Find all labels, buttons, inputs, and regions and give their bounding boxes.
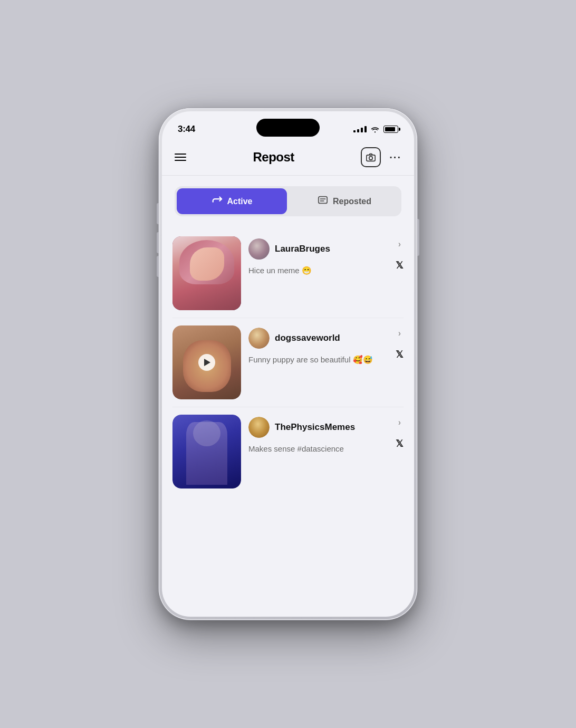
list-item: LauraBruges Hice un meme 😁 › 𝕏 <box>172 229 404 318</box>
header-actions: ··· <box>361 147 401 167</box>
post-actions: › 𝕏 <box>396 325 404 360</box>
status-icons <box>353 126 398 133</box>
camera-icon <box>366 152 376 162</box>
menu-button[interactable] <box>175 154 186 161</box>
author-name: ThePhysicsMemes <box>275 422 355 433</box>
tab-active[interactable]: Active <box>177 188 287 214</box>
post-list: LauraBruges Hice un meme 😁 › 𝕏 <box>162 229 414 496</box>
signal-icon <box>353 126 367 132</box>
svg-point-1 <box>369 156 373 160</box>
tab-reposted[interactable]: Reposted <box>289 188 399 214</box>
tab-bar: Active Reposted <box>175 186 401 216</box>
post-author: LauraBruges <box>248 238 388 260</box>
more-button[interactable]: ··· <box>389 151 401 164</box>
phone-frame: 3:44 <box>159 108 417 620</box>
phone-screen: 3:44 <box>162 111 414 617</box>
repost-icon <box>211 195 223 208</box>
wifi-icon <box>370 126 380 133</box>
tab-reposted-label: Reposted <box>333 197 371 206</box>
post-author: dogssaveworld <box>248 328 388 349</box>
app-header: Repost ··· <box>162 142 414 175</box>
author-name: dogssaveworld <box>275 333 340 343</box>
header-divider <box>162 175 414 176</box>
author-name: LauraBruges <box>275 244 330 254</box>
chevron-right-icon[interactable]: › <box>398 240 401 249</box>
svg-rect-2 <box>319 197 327 204</box>
play-button[interactable] <box>198 354 215 371</box>
chevron-right-icon[interactable]: › <box>398 418 401 427</box>
status-time: 3:44 <box>178 124 195 135</box>
post-caption: Hice un meme 😁 <box>248 265 388 276</box>
post-actions: › 𝕏 <box>396 236 404 271</box>
post-caption: Makes sense #datascience <box>248 443 388 454</box>
x-logo-icon[interactable]: 𝕏 <box>396 349 404 360</box>
post-author: ThePhysicsMemes <box>248 417 388 438</box>
post-thumbnail[interactable] <box>172 325 241 399</box>
x-logo-icon[interactable]: 𝕏 <box>396 260 404 271</box>
app-title: Repost <box>253 150 294 165</box>
post-content: dogssaveworld Funny puppy are so beautif… <box>248 325 388 365</box>
chevron-right-icon[interactable]: › <box>398 329 401 338</box>
post-content: LauraBruges Hice un meme 😁 <box>248 236 388 276</box>
post-actions: › 𝕏 <box>396 415 404 449</box>
camera-button[interactable] <box>361 147 381 167</box>
avatar <box>248 238 270 260</box>
post-content: ThePhysicsMemes Makes sense #datascience <box>248 415 388 454</box>
post-thumbnail[interactable] <box>172 236 241 310</box>
tab-active-label: Active <box>227 197 252 206</box>
list-item: dogssaveworld Funny puppy are so beautif… <box>172 318 404 407</box>
avatar <box>248 328 270 349</box>
post-thumbnail[interactable] <box>172 415 241 488</box>
more-dots-icon: ··· <box>389 151 401 163</box>
x-logo-icon[interactable]: 𝕏 <box>396 438 404 449</box>
post-caption: Funny puppy are so beautiful 🥰😅 <box>248 354 388 365</box>
list-item: ThePhysicsMemes Makes sense #datascience… <box>172 407 404 496</box>
dynamic-island <box>256 119 320 137</box>
battery-icon <box>383 126 398 133</box>
avatar <box>248 417 270 438</box>
list-icon <box>317 195 329 208</box>
